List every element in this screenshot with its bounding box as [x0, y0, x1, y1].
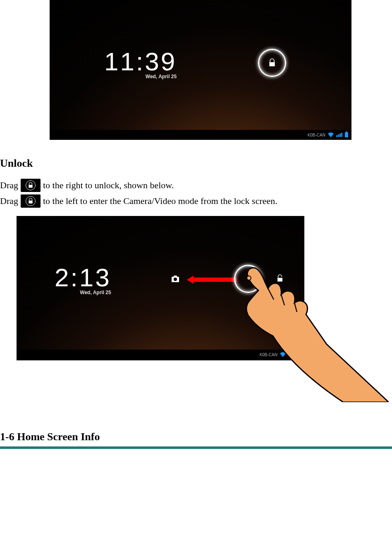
instruction-line-1: Drag to the right to unlock, shown below…: [0, 178, 392, 193]
lock-icon: [268, 58, 276, 68]
svg-rect-0: [269, 62, 275, 66]
instruction-line-2: Drag to the left to enter the Camera/Vid…: [0, 194, 392, 209]
camera-icon[interactable]: [170, 275, 180, 283]
wifi-icon: [280, 352, 286, 357]
lock-ring[interactable]: [258, 49, 286, 77]
inline-lock-icon-2: [21, 194, 41, 208]
wallpaper: [50, 0, 351, 130]
svg-point-3: [174, 278, 177, 281]
lock-ring[interactable]: [234, 265, 262, 293]
clock-time: 2:13: [55, 265, 111, 290]
battery-icon: [345, 132, 348, 137]
wifi-icon: [328, 132, 334, 137]
lockscreen-clock: 11:39 Wed, April 25: [104, 49, 177, 79]
system-status-bar: K0B-CAN: [50, 130, 351, 140]
battery-icon: [297, 352, 300, 357]
clock-time: 11:39: [104, 49, 177, 74]
signal-icon: [288, 353, 294, 357]
svg-rect-4: [277, 278, 282, 282]
clock-time-text: 2:13: [55, 263, 111, 292]
lockscreen-clock: 2:13 Wed, April 25: [55, 265, 111, 295]
svg-rect-2: [29, 201, 32, 204]
network-label: K0B-CAN: [308, 133, 325, 137]
section-divider: [0, 446, 392, 449]
lockscreen-screenshot-2: 2:13 Wed, April 25 K0B-CAN: [17, 216, 389, 400]
tablet-frame: 2:13 Wed, April 25 K0B-CAN: [17, 216, 304, 360]
tablet-frame: 11:39 Wed, April 25 K0B-CAN: [50, 0, 351, 140]
signal-icon: [336, 133, 342, 137]
home-screen-info-heading: 1-6 Home Screen Info: [0, 431, 392, 443]
instruction-2-text: to the left to enter the Camera/Video mo…: [43, 194, 277, 209]
inline-lock-icon-1: [21, 179, 41, 192]
drag-label-2: Drag: [0, 194, 18, 209]
network-label: K0B-CAN: [260, 353, 277, 357]
swipe-left-arrow: [187, 276, 237, 284]
svg-rect-1: [29, 185, 32, 188]
system-status-bar: K0B-CAN: [17, 350, 304, 360]
instruction-1-text: to the right to unlock, shown below.: [43, 178, 174, 193]
unlock-icon[interactable]: [276, 274, 284, 283]
lockscreen-screenshot-1: 11:39 Wed, April 25 K0B-CAN: [50, 0, 392, 140]
clock-time-text: 11:39: [104, 47, 177, 76]
unlock-heading: Unlock: [0, 157, 392, 170]
drag-label-1: Drag: [0, 178, 18, 193]
